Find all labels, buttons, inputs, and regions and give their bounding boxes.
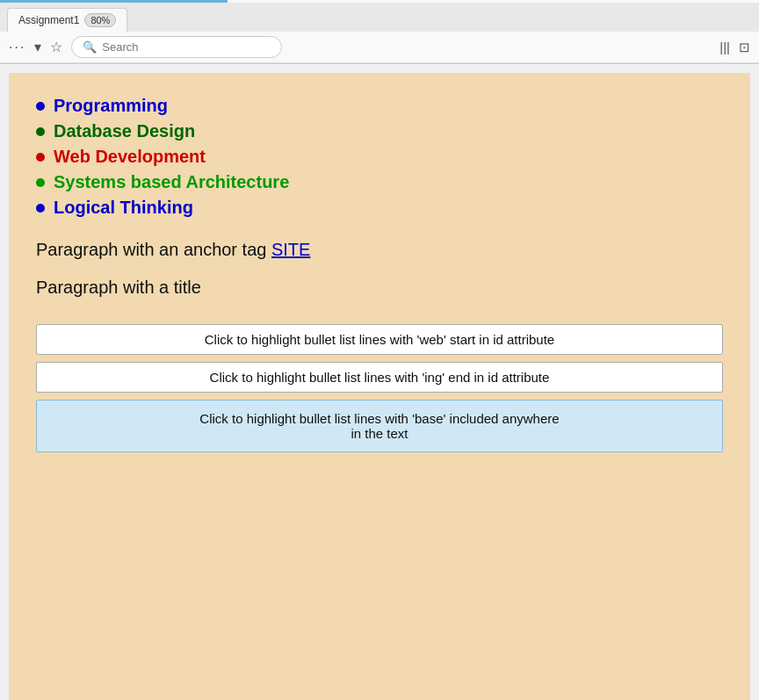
bullet-dot bbox=[36, 178, 45, 187]
browser-chrome: Assignment1 80% ··· ▾ ☆ 🔍 ||| ⊡ bbox=[0, 0, 759, 64]
list-item: Programming bbox=[36, 96, 723, 116]
tab-bar: Assignment1 80% bbox=[0, 3, 759, 32]
search-input[interactable] bbox=[102, 40, 271, 54]
browser-toolbar: ··· ▾ ☆ 🔍 ||| ⊡ bbox=[0, 32, 759, 63]
list-item-text: Logical Thinking bbox=[54, 198, 193, 218]
highlight-web-button[interactable]: Click to highlight bullet list lines wit… bbox=[36, 324, 723, 355]
highlight-base-button[interactable]: Click to highlight bullet list lines wit… bbox=[36, 400, 723, 452]
list-item: Database Design bbox=[36, 121, 723, 141]
search-icon: 🔍 bbox=[83, 40, 97, 54]
anchor-link[interactable]: SITE bbox=[271, 240, 310, 259]
list-item-text: Web Development bbox=[54, 147, 206, 167]
bullet-dot bbox=[36, 204, 45, 213]
browser-tab[interactable]: Assignment1 80% bbox=[7, 8, 127, 32]
bookmark-star-icon[interactable]: ☆ bbox=[50, 39, 62, 55]
zoom-badge: 80% bbox=[84, 13, 116, 27]
paragraph-anchor-prefix: Paragraph with an anchor tag bbox=[36, 240, 271, 259]
list-item: Web Development bbox=[36, 147, 723, 167]
paragraph-anchor: Paragraph with an anchor tag SITE bbox=[36, 240, 723, 260]
bullet-dot bbox=[36, 127, 45, 136]
highlight-ing-button[interactable]: Click to highlight bullet list lines wit… bbox=[36, 362, 723, 393]
list-item: Logical Thinking bbox=[36, 198, 723, 218]
list-item: Systems based Architecture bbox=[36, 172, 723, 192]
page-content: Programming Database Design Web Developm… bbox=[9, 73, 750, 700]
list-item-text: Systems based Architecture bbox=[54, 172, 289, 192]
bullet-dot bbox=[36, 102, 45, 111]
library-icon[interactable]: ||| bbox=[719, 40, 730, 54]
search-bar[interactable]: 🔍 bbox=[71, 36, 282, 58]
bullet-list: Programming Database Design Web Developm… bbox=[36, 96, 723, 218]
open-tabs-icon[interactable]: ⊡ bbox=[739, 40, 750, 55]
menu-dots-icon[interactable]: ··· bbox=[9, 40, 25, 55]
pocket-icon[interactable]: ▾ bbox=[34, 39, 41, 55]
bullet-dot bbox=[36, 153, 45, 162]
list-item-text: Database Design bbox=[54, 121, 195, 141]
list-item-text: Programming bbox=[54, 96, 168, 116]
toolbar-right-icons: ||| ⊡ bbox=[719, 40, 750, 55]
paragraph-title: Paragraph with a title bbox=[36, 278, 723, 298]
tab-label: Assignment1 bbox=[18, 14, 79, 26]
